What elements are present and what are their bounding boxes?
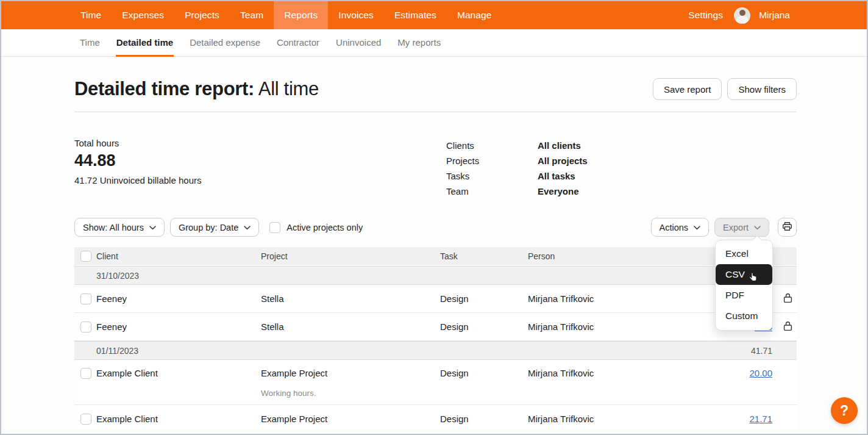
col-header-task: Task [440, 251, 528, 261]
cell-task: Design [440, 368, 528, 378]
table-header-row: Client Project Task Person [74, 247, 797, 266]
show-filters-button[interactable]: Show filters [727, 78, 797, 100]
filter-value-clients: All clients [538, 138, 581, 153]
nav-item-expenses[interactable]: Expenses [112, 1, 174, 29]
filter-summary: Clients All clients Projects All project… [446, 138, 588, 199]
export-dropdown[interactable]: Export [714, 218, 769, 237]
total-hours-value: 44.88 [74, 151, 446, 170]
nav-item-team[interactable]: Team [230, 1, 274, 29]
col-header-person: Person [528, 251, 705, 261]
row-checkbox[interactable] [80, 368, 91, 379]
export-menu-popover: Excel CSV PDF Custom [715, 240, 773, 331]
row-checkbox[interactable] [80, 414, 91, 425]
subnav-item-time[interactable]: Time [79, 29, 101, 57]
cell-project: Stella [261, 293, 440, 304]
nav-item-reports[interactable]: Reports [274, 1, 328, 29]
subnav-item-detailed-time[interactable]: Detailed time [116, 29, 174, 57]
col-header-client: Client [96, 251, 261, 261]
top-navbar: Time Expenses Projects Team Reports Invo… [1, 1, 867, 29]
table-row: Feeney Stella Design Mirjana Trifkovic 1… [74, 313, 797, 341]
filter-label-clients: Clients [446, 138, 538, 153]
total-hours-label: Total hours [74, 138, 446, 148]
time-entries-table: Client Project Task Person 31/10/2023 Fe… [74, 247, 797, 433]
save-report-button[interactable]: Save report [653, 78, 722, 100]
row-checkbox[interactable] [80, 322, 91, 333]
export-menu-item-pdf[interactable]: PDF [716, 285, 772, 306]
entry-note: Working hours. [261, 389, 440, 398]
title-divider [74, 112, 797, 112]
cell-project: Stella [261, 322, 440, 332]
subnav-item-my-reports[interactable]: My reports [397, 29, 441, 57]
active-projects-label: Active projects only [286, 223, 363, 232]
cell-person: Mirjana Trifkovic [528, 414, 705, 424]
active-projects-checkbox-row[interactable]: Active projects only [269, 222, 363, 233]
table-row: Feeney Stella Design Mirjana Trifkovic [74, 285, 797, 313]
filter-value-tasks: All tasks [538, 168, 575, 184]
filter-label-projects: Projects [446, 153, 538, 168]
cell-person: Mirjana Trifkovic [528, 368, 705, 378]
cell-task: Design [440, 293, 528, 304]
printer-icon [782, 221, 792, 233]
active-projects-checkbox[interactable] [269, 222, 280, 233]
page-title: Detailed time report: All time [74, 78, 319, 100]
chevron-down-icon [149, 226, 156, 230]
nav-item-projects[interactable]: Projects [174, 1, 230, 29]
group-by-dropdown[interactable]: Group by: Date [170, 218, 259, 237]
nav-item-settings[interactable]: Settings [686, 10, 725, 21]
chevron-down-icon [694, 226, 700, 230]
cell-client: Example Client [96, 368, 261, 378]
subnav-item-uninvoiced[interactable]: Uninvoiced [335, 29, 382, 57]
cell-person: Mirjana Trifkovic [528, 293, 705, 304]
cell-task: Design [440, 322, 528, 332]
uninvoiced-note: 41.72 Uninvoiced billable hours [74, 175, 446, 185]
filter-label-team: Team [446, 184, 538, 199]
cell-project: Example Project [261, 414, 440, 424]
app-window: Time Expenses Projects Team Reports Invo… [0, 0, 868, 435]
date-group-row: 31/10/2023 [74, 266, 797, 285]
select-all-checkbox[interactable] [80, 251, 91, 262]
group-total-hours: 41.71 [705, 346, 772, 356]
cell-person: Mirjana Trifkovic [528, 322, 705, 332]
subnav-item-detailed-expense[interactable]: Detailed expense [189, 29, 261, 57]
table-row: Example Client Example Project Working h… [74, 360, 797, 404]
cell-client: Feeney [96, 322, 261, 332]
cell-project: Example Project [261, 368, 440, 378]
nav-item-estimates[interactable]: Estimates [384, 1, 447, 29]
export-menu-item-excel[interactable]: Excel [716, 243, 772, 264]
export-menu-item-custom[interactable]: Custom [716, 306, 772, 326]
filter-value-team: Everyone [538, 184, 579, 199]
actions-dropdown[interactable]: Actions [651, 218, 710, 237]
hand-pointer-cursor-icon [749, 273, 757, 282]
hours-link[interactable]: 21.71 [749, 414, 772, 424]
nav-item-invoices[interactable]: Invoices [328, 1, 384, 29]
chevron-down-icon [244, 226, 251, 230]
group-date: 31/10/2023 [96, 271, 705, 281]
subnav-item-contractor[interactable]: Contractor [276, 29, 320, 57]
user-avatar[interactable] [734, 7, 750, 24]
user-name[interactable]: Mirjana [759, 10, 790, 21]
chevron-down-icon [754, 226, 761, 230]
filter-value-projects: All projects [538, 153, 588, 168]
cell-client: Example Client [96, 414, 261, 424]
nav-item-manage[interactable]: Manage [447, 1, 502, 29]
row-checkbox[interactable] [80, 293, 91, 304]
reports-subnav: Time Detailed time Detailed expense Cont… [1, 29, 867, 57]
cell-client: Feeney [96, 293, 261, 304]
hours-link[interactable]: 20.00 [749, 368, 772, 378]
date-group-row: 01/11/2023 41.71 [74, 341, 797, 360]
lock-icon [783, 293, 792, 305]
help-button[interactable]: ? [831, 397, 858, 424]
show-hours-dropdown[interactable]: Show: All hours [74, 218, 165, 237]
filter-label-tasks: Tasks [446, 168, 538, 184]
lock-icon [783, 321, 792, 333]
table-row: Example Client Example Project Design Mi… [74, 404, 797, 433]
group-date: 01/11/2023 [96, 346, 705, 356]
cell-task: Design [440, 414, 528, 424]
col-header-project: Project [261, 251, 440, 261]
nav-item-time[interactable]: Time [70, 1, 112, 29]
print-button[interactable] [778, 218, 797, 237]
export-menu-item-csv[interactable]: CSV [716, 264, 772, 285]
